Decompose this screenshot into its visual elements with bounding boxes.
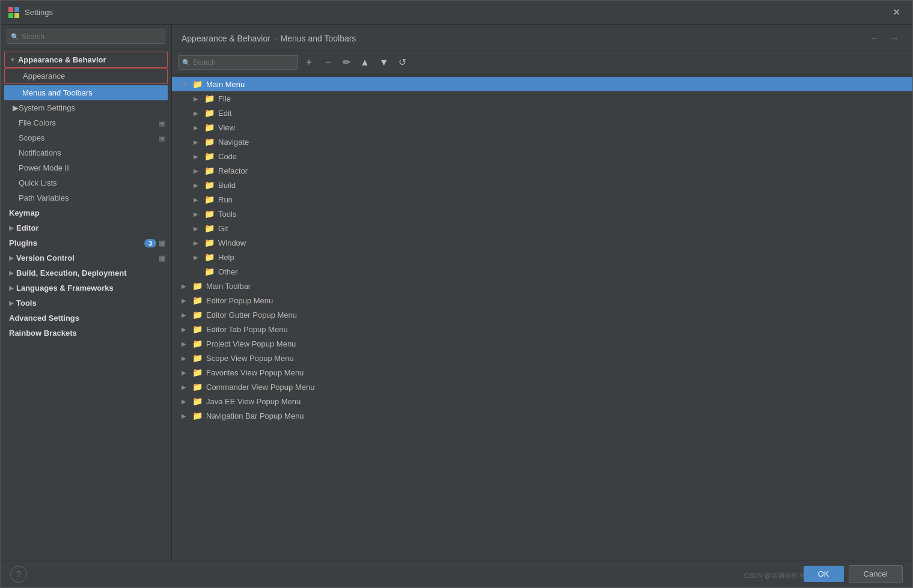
app-icon [8,7,20,19]
tree-item-main-menu[interactable]: ▼ 📁 Main Menu [172,77,912,91]
tree-item-run[interactable]: ▶ 📁 Run [172,192,912,207]
tree-item-label: Favorites View Popup Menu [206,368,304,377]
nav-buttons: ← → [867,32,903,45]
sidebar-item-keymap[interactable]: Keymap [1,205,171,220]
tree-item-label: Refactor [218,166,248,175]
folder-icon: 📁 [204,166,215,175]
ok-button[interactable]: OK [804,566,844,582]
tree-area: ▼ 📁 Main Menu ▶ 📁 File ▶ 📁 Edit [172,74,912,560]
tree-item-label: Editor Gutter Popup Menu [206,311,297,320]
tree-item-favorites-view[interactable]: ▶ 📁 Favorites View Popup Menu [172,365,912,380]
tree-item-refactor[interactable]: ▶ 📁 Refactor [172,163,912,178]
remove-button[interactable]: － [320,54,337,70]
tree-item-editor-tab[interactable]: ▶ 📁 Editor Tab Popup Menu [172,322,912,336]
forward-button[interactable]: → [886,32,903,45]
sidebar-item-appearance[interactable]: Appearance [5,68,167,83]
footer: ? OK Cancel CSDN @老胡向前冲 [1,560,912,587]
tree-item-code[interactable]: ▶ 📁 Code [172,149,912,163]
folder-icon: 📁 [204,123,215,132]
edit-icon: ▣ [159,119,165,127]
tree-item-edit[interactable]: ▶ 📁 Edit [172,106,912,120]
arrow-icon: ▶ [9,300,14,306]
tree-item-label: Navigation Bar Popup Menu [206,411,304,420]
toolbar-search-input[interactable] [178,55,298,70]
svg-rect-2 [8,13,13,18]
back-button[interactable]: ← [867,32,884,45]
tree-item-label: Java EE View Popup Menu [206,397,301,406]
sidebar: 🔍 ▼ Appearance & Behavior Appearance [1,25,172,560]
sidebar-item-scopes[interactable]: Scopes ▣ [1,130,171,145]
sidebar-item-notifications[interactable]: Notifications [1,145,171,160]
move-up-button[interactable]: ▲ [356,55,373,70]
sidebar-item-label: Plugins [9,238,37,247]
close-button[interactable]: ✕ [888,4,905,20]
tree-item-help[interactable]: ▶ 📁 Help [172,250,912,264]
sidebar-item-editor[interactable]: ▶ Editor [1,220,171,235]
tree-item-label: Run [218,195,233,204]
expand-arrow-icon: ▶ [182,326,189,333]
tree-item-editor-popup[interactable]: ▶ 📁 Editor Popup Menu [172,293,912,308]
edit-button[interactable]: ✏ [339,55,354,70]
tree-item-file[interactable]: ▶ 📁 File [172,91,912,106]
restore-button[interactable]: ↺ [395,55,410,70]
expand-arrow-icon: ▶ [182,384,189,390]
sidebar-item-tools[interactable]: ▶ Tools [1,296,171,311]
tree-item-navigation-bar[interactable]: ▶ 📁 Navigation Bar Popup Menu [172,408,912,423]
tree-item-scope-view[interactable]: ▶ 📁 Scope View Popup Menu [172,351,912,365]
tree-item-main-toolbar[interactable]: ▶ 📁 Main Toolbar [172,279,912,293]
sidebar-item-quick-lists[interactable]: Quick Lists [1,175,171,190]
tree-item-other[interactable]: ▶ 📁 Other [172,264,912,279]
sidebar-item-advanced-settings[interactable]: Advanced Settings [1,311,171,326]
tree-item-label: Window [218,238,246,247]
add-button[interactable]: ＋ [301,54,317,70]
sidebar-item-languages[interactable]: ▶ Languages & Frameworks [1,280,171,296]
help-button[interactable]: ? [10,566,27,583]
folder-icon: 📁 [192,281,203,291]
tree-item-label: Commander View Popup Menu [206,383,314,392]
cancel-button[interactable]: Cancel [849,565,903,583]
edit-icon: ▣ [159,254,165,262]
expand-arrow-icon: ▶ [194,95,201,102]
sidebar-item-build-exec[interactable]: ▶ Build, Execution, Deployment [1,265,171,280]
folder-icon: 📁 [192,310,203,320]
tree-item-javaee-view[interactable]: ▶ 📁 Java EE View Popup Menu [172,394,912,408]
sidebar-item-appearance-behavior[interactable]: ▼ Appearance & Behavior [5,52,167,67]
sidebar-item-label: File Colors [19,118,56,127]
tree-item-label: Main Toolbar [206,282,251,291]
tree-item-view[interactable]: ▶ 📁 View [172,120,912,135]
expand-arrow-icon: ▶ [182,341,189,347]
expand-arrow-icon: ▼ [182,81,189,88]
sidebar-search-input[interactable] [7,29,165,44]
tree-item-label: Editor Popup Menu [206,296,273,305]
expand-arrow-icon: ▶ [182,297,189,304]
sidebar-item-file-colors[interactable]: File Colors ▣ [1,115,171,130]
tree-item-editor-gutter[interactable]: ▶ 📁 Editor Gutter Popup Menu [172,308,912,322]
sidebar-item-path-variables[interactable]: Path Variables [1,190,171,205]
folder-icon: 📁 [192,296,203,305]
tree-item-tools-menu[interactable]: ▶ 📁 Tools [172,207,912,221]
tree-item-project-view[interactable]: ▶ 📁 Project View Popup Menu [172,336,912,351]
sidebar-item-label: Rainbow Brackets [9,329,77,338]
tree-item-git[interactable]: ▶ 📁 Git [172,221,912,235]
folder-icon: 📁 [192,411,203,420]
sidebar-item-rainbow-brackets[interactable]: Rainbow Brackets [1,326,171,341]
tree-item-navigate[interactable]: ▶ 📁 Navigate [172,135,912,149]
tree-item-commander-view[interactable]: ▶ 📁 Commander View Popup Menu [172,380,912,394]
arrow-icon: ▶ [9,270,14,276]
sidebar-item-menus-toolbars[interactable]: Menus and Toolbars [4,85,168,100]
arrow-icon: ▼ [10,56,16,63]
tree-item-label: Scope View Popup Menu [206,354,294,363]
sidebar-item-system-settings[interactable]: ▶ System Settings [1,100,171,115]
sidebar-item-power-mode[interactable]: Power Mode II [1,160,171,175]
sidebar-item-plugins[interactable]: Plugins 3 ▣ [1,235,171,250]
move-down-button[interactable]: ▼ [376,55,392,70]
tree-item-window[interactable]: ▶ 📁 Window [172,235,912,250]
breadcrumb-separator: › [274,34,277,43]
tree-item-label: Edit [218,109,231,118]
sidebar-item-version-control[interactable]: ▶ Version Control ▣ [1,250,171,265]
expand-arrow-icon: ▶ [194,254,201,261]
sidebar-search-icon: 🔍 [11,33,19,41]
sidebar-item-label: Scopes [19,133,44,142]
folder-icon: 📁 [204,238,215,247]
tree-item-build[interactable]: ▶ 📁 Build [172,178,912,192]
